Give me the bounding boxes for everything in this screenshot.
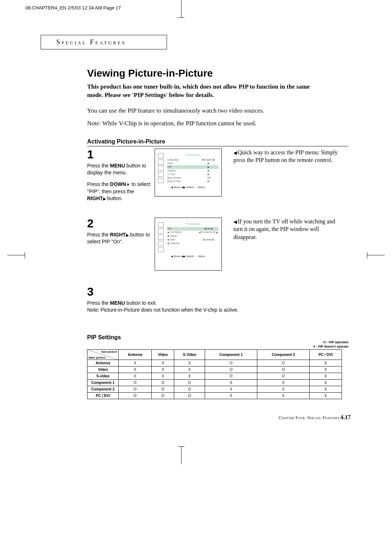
- body-text-2: Note: While V-Chip is in operation, the …: [87, 119, 348, 128]
- osd-screenshot-1: Function Language◀ English ▶Time▶PIP▶Cap…: [155, 149, 222, 197]
- body-text-1: You can use the PIP feature to simultane…: [87, 106, 348, 116]
- osd-screenshot-2: Function PIP◀ On ▶◆ TV/VIEDO◀TV/VIEDO/PC…: [155, 218, 222, 271]
- step-3: 3 Press the MENU button to exit. Note: P…: [87, 286, 348, 314]
- page-title: Viewing Picture-in-Picture: [87, 68, 348, 79]
- step2-side-note: If you turn the TV off while watching an…: [233, 218, 342, 241]
- print-header: 08.CHAPTER4_EN 2/5/03 12:34 AM Page 17: [25, 5, 121, 11]
- step1-text: Press the MENU button to display the men…: [87, 162, 152, 177]
- page-footer: Chapter Four: Special Features 4.17: [279, 414, 351, 421]
- step2-text: Press the RIGHT button to select PIP "On…: [87, 231, 152, 246]
- step-2: 2 Press the RIGHT button to select PIP "…: [87, 218, 348, 271]
- table-legend: O : PIP operatesX : PIP doesn't operate: [87, 340, 348, 349]
- step-1: 1 Press the MENU button to display the m…: [87, 149, 348, 202]
- step3-text: Press the MENU button to exit. Note: Pic…: [87, 300, 240, 314]
- step1-side-note: Quick way to access the PIP menu: Simply…: [233, 149, 342, 164]
- step-number: 1: [87, 149, 152, 160]
- step1-text2: Press the DOWN to select "PIP", then pre…: [87, 181, 152, 202]
- intro-text: This product has one tuner built-in, whi…: [87, 83, 319, 100]
- section-label-box: Special Features: [41, 35, 167, 49]
- subheading-activating: Activating Picture-in-Picture: [87, 138, 348, 146]
- section-label: Special Features: [56, 38, 126, 46]
- step-number: 2: [87, 218, 152, 229]
- step-number: 3: [87, 286, 348, 297]
- pip-settings-table: Sub pictureMain pictureAntennaVideoS-Vid…: [87, 349, 342, 399]
